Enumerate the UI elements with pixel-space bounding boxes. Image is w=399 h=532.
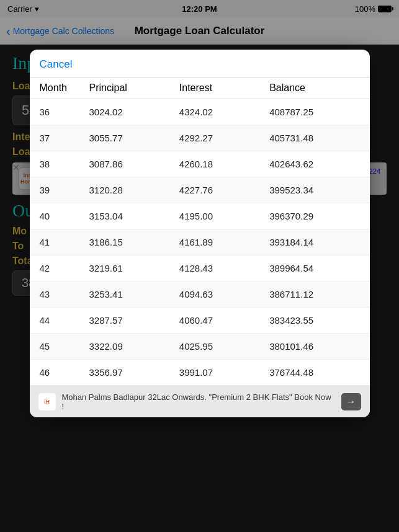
cell-principal: 3287.57 bbox=[89, 315, 179, 326]
amortization-modal: Cancel Month Principal Interest Balance … bbox=[30, 50, 370, 417]
cell-month: 44 bbox=[40, 315, 89, 326]
table-header: Month Principal Interest Balance bbox=[30, 78, 370, 99]
cell-principal: 3322.09 bbox=[89, 341, 179, 352]
cell-interest: 3991.07 bbox=[179, 367, 269, 378]
cell-month: 45 bbox=[40, 341, 89, 352]
cell-balance: 376744.48 bbox=[269, 367, 359, 378]
cell-balance: 389964.54 bbox=[269, 263, 359, 273]
cell-interest: 4161.89 bbox=[179, 237, 269, 247]
table-row: 393120.284227.76399523.34 bbox=[30, 177, 370, 203]
cell-principal: 3219.61 bbox=[89, 263, 179, 273]
cell-balance: 399523.34 bbox=[269, 185, 359, 195]
cell-interest: 4227.76 bbox=[179, 185, 269, 195]
modal-ad: iH Mohan Palms Badlapur 32Lac Onwards. "… bbox=[30, 386, 370, 417]
modal-overlay: Cancel Month Principal Interest Balance … bbox=[0, 0, 399, 532]
modal-ad-text: Mohan Palms Badlapur 32Lac Onwards. "Pre… bbox=[62, 392, 335, 411]
cell-interest: 4324.02 bbox=[179, 107, 269, 117]
cell-month: 39 bbox=[40, 185, 89, 195]
cell-interest: 4094.63 bbox=[179, 289, 269, 299]
cell-principal: 3120.28 bbox=[89, 185, 179, 195]
col-balance: Balance bbox=[269, 82, 359, 94]
cell-balance: 396370.29 bbox=[269, 211, 359, 221]
cell-balance: 408787.25 bbox=[269, 107, 359, 117]
cell-principal: 3153.04 bbox=[89, 211, 179, 221]
table-row: 463356.973991.07376744.48 bbox=[30, 360, 370, 386]
modal-header: Cancel bbox=[30, 50, 370, 78]
modal-ad-arrow-button[interactable]: → bbox=[341, 393, 361, 410]
cell-balance: 405731.48 bbox=[269, 133, 359, 143]
cell-balance: 402643.62 bbox=[269, 159, 359, 169]
cell-principal: 3186.15 bbox=[89, 237, 179, 247]
cell-balance: 383423.55 bbox=[269, 315, 359, 326]
table-row: 413186.154161.89393184.14 bbox=[30, 229, 370, 255]
cancel-button[interactable]: Cancel bbox=[40, 58, 73, 77]
cell-month: 36 bbox=[40, 107, 89, 117]
table-row: 443287.574060.47383423.55 bbox=[30, 308, 370, 334]
table-row: 403153.044195.00396370.29 bbox=[30, 203, 370, 229]
cell-principal: 3087.86 bbox=[89, 159, 179, 169]
cell-principal: 3024.02 bbox=[89, 107, 179, 117]
cell-balance: 380101.46 bbox=[269, 341, 359, 352]
cell-balance: 393184.14 bbox=[269, 237, 359, 247]
table-row: 423219.614128.43389964.54 bbox=[30, 255, 370, 282]
col-principal: Principal bbox=[89, 82, 179, 94]
cell-interest: 4060.47 bbox=[179, 315, 269, 326]
amortization-table-body: 363024.024324.02408787.25373055.774292.2… bbox=[30, 99, 370, 386]
table-row: 453322.094025.95380101.46 bbox=[30, 334, 370, 360]
cell-interest: 4260.18 bbox=[179, 159, 269, 169]
cell-month: 42 bbox=[40, 263, 89, 273]
cell-month: 38 bbox=[40, 159, 89, 169]
cell-interest: 4128.43 bbox=[179, 263, 269, 273]
table-row: 433253.414094.63386711.12 bbox=[30, 282, 370, 308]
cell-principal: 3253.41 bbox=[89, 289, 179, 299]
cell-month: 41 bbox=[40, 237, 89, 247]
cell-principal: 3055.77 bbox=[89, 133, 179, 143]
col-interest: Interest bbox=[179, 82, 269, 94]
cell-balance: 386711.12 bbox=[269, 289, 359, 299]
cell-month: 37 bbox=[40, 133, 89, 143]
table-row: 373055.774292.27405731.48 bbox=[30, 125, 370, 151]
table-row: 383087.864260.18402643.62 bbox=[30, 151, 370, 177]
cell-month: 43 bbox=[40, 289, 89, 299]
cell-interest: 4195.00 bbox=[179, 211, 269, 221]
cell-month: 46 bbox=[40, 367, 89, 378]
cell-interest: 4292.27 bbox=[179, 133, 269, 143]
cell-principal: 3356.97 bbox=[89, 367, 179, 378]
cell-month: 40 bbox=[40, 211, 89, 221]
modal-ad-icon: iH bbox=[38, 393, 56, 410]
table-row: 363024.024324.02408787.25 bbox=[30, 99, 370, 125]
col-month: Month bbox=[40, 82, 89, 94]
cell-interest: 4025.95 bbox=[179, 341, 269, 352]
